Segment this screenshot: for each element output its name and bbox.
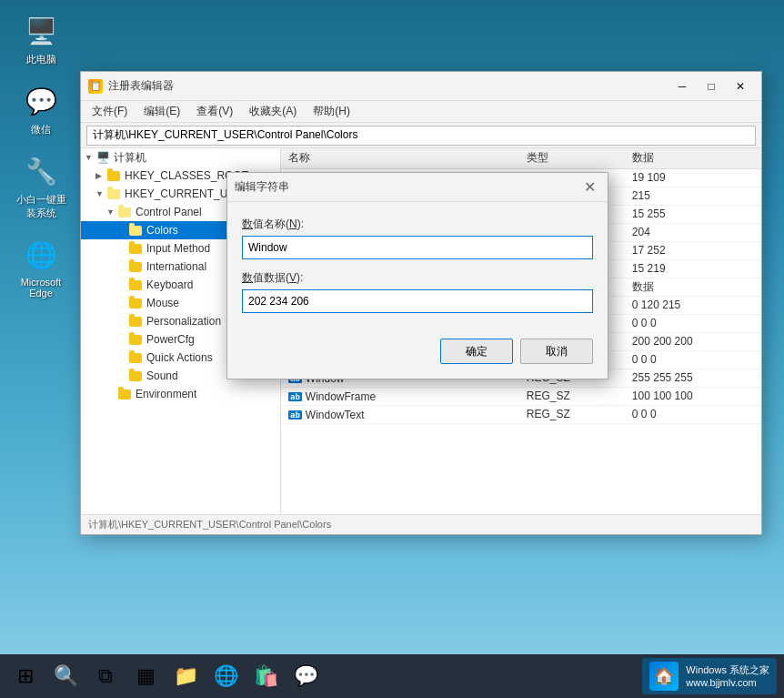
tree-label-intl: International (146, 260, 206, 273)
folder-personal-icon (128, 315, 143, 328)
cell-data: 0 0 0 (625, 350, 761, 369)
this-pc-label: 此电脑 (26, 53, 56, 66)
quick-install-label: 小白一键重装系统 (13, 193, 69, 220)
dialog-body: 数值名称(N): 数值数据(V): (227, 202, 608, 339)
wechat-icon: 💬 (23, 83, 59, 119)
cell-name: ab WindowFrame (281, 387, 519, 405)
data-shortcut: V (289, 271, 297, 284)
menu-favorites[interactable]: 收藏夹(A) (242, 102, 304, 121)
cancel-button[interactable]: 取消 (520, 339, 593, 364)
menu-view[interactable]: 查看(V) (189, 102, 240, 121)
windows-com-text: Windows 系统之家 www.bjjmlv.com (686, 663, 769, 690)
cell-data: 0 0 0 (625, 314, 761, 332)
cell-data: 15 219 (625, 259, 761, 278)
tree-label-power: PowerCfg (146, 333, 195, 346)
arrow-computer: ▼ (85, 153, 95, 162)
col-header-name: 名称 (281, 148, 519, 168)
tree-item-computer[interactable]: ▼ 🖥️ 计算机 (81, 148, 280, 167)
menu-help[interactable]: 帮助(H) (306, 102, 357, 121)
reg-ab-icon: ab (288, 392, 302, 401)
tree-label-mouse: Mouse (146, 297, 179, 309)
windows-com-badge[interactable]: 🏠 Windows 系统之家 www.bjjmlv.com (642, 658, 777, 694)
cell-data: 204 (625, 223, 761, 241)
desktop-icon-wechat[interactable]: 💬 微信 (9, 79, 73, 140)
taskbar-store-button[interactable]: 🛍️ (247, 658, 284, 694)
taskbar-edge-button[interactable]: 🌐 (207, 658, 244, 694)
taskbar-files-button[interactable]: 📁 (167, 658, 204, 694)
desktop-icon-quick-install[interactable]: 🔧 小白一键重装系统 (9, 149, 73, 224)
cell-data: 200 200 200 (625, 332, 761, 350)
folder-sound-icon (128, 369, 143, 382)
window-title-area: 📋 注册表编辑器 (88, 78, 174, 94)
taskbar-wechat-button[interactable]: 💬 (287, 658, 324, 694)
taskbar-start-button[interactable]: ⊞ (7, 658, 44, 694)
address-input[interactable] (86, 126, 756, 146)
dialog-titlebar: 编辑字符串 ✕ (227, 173, 608, 202)
status-text: 计算机\HKEY_CURRENT_USER\Control Panel\Colo… (88, 518, 331, 531)
desktop-icon-edge[interactable]: 🌐 Microsoft Edge (9, 233, 73, 302)
menu-edit[interactable]: 编辑(E) (136, 102, 187, 121)
cell-data: 数据 (625, 278, 761, 296)
dialog-buttons: 确定 取消 (227, 339, 608, 379)
tree-label-kbd: Keyboard (146, 278, 193, 291)
edge-label: Microsoft Edge (13, 277, 69, 298)
table-row[interactable]: ab WindowText REG_SZ 0 0 0 (281, 405, 761, 423)
tree-label-computer: 计算机 (114, 150, 146, 166)
windows-com-line2: www.bjjmlv.com (686, 676, 769, 689)
cell-data: 19 109 (625, 168, 761, 187)
tree-label-colors: Colors (146, 224, 178, 237)
cell-data: 15 255 (625, 205, 761, 223)
desktop: 🖥️ 此电脑 💬 微信 🔧 小白一键重装系统 🌐 Microsoft Edge … (0, 0, 784, 698)
folder-env-icon (117, 388, 132, 400)
folder-colors-icon (128, 224, 143, 237)
quick-install-icon: 🔧 (23, 153, 59, 189)
cell-data: 0 0 0 (625, 405, 761, 423)
close-button[interactable]: ✕ (727, 77, 754, 96)
registry-window-icon: 📋 (88, 79, 103, 94)
cell-type: REG_SZ (519, 405, 625, 423)
name-shortcut: N (289, 217, 297, 230)
tree-item-environment[interactable]: Environment (81, 385, 280, 403)
dialog-close-button[interactable]: ✕ (578, 178, 600, 197)
maximize-button[interactable]: □ (698, 77, 725, 96)
data-input[interactable] (242, 289, 593, 313)
folder-qa-icon (128, 351, 143, 364)
arrow-hkcr: ▶ (95, 171, 106, 180)
registry-editor-window: 📋 注册表编辑器 ─ □ ✕ 文件(F) 编辑(E) 查看(V) 收藏夹(A) … (80, 71, 762, 535)
arrow-cp: ▼ (106, 207, 117, 217)
taskbar-widgets-button[interactable]: ▦ (127, 658, 164, 694)
reg-ab-icon: ab (288, 410, 302, 420)
menu-bar: 文件(F) 编辑(E) 查看(V) 收藏夹(A) 帮助(H) (81, 101, 761, 123)
folder-im-icon (128, 242, 143, 255)
status-bar: 计算机\HKEY_CURRENT_USER\Control Panel\Colo… (81, 514, 761, 534)
desktop-icon-this-pc[interactable]: 🖥️ 此电脑 (9, 9, 73, 70)
data-label: 数值数据(V): (242, 270, 593, 286)
data-label-underline: 数 (242, 271, 253, 284)
address-bar (81, 123, 761, 148)
folder-hkcu-icon (106, 187, 121, 200)
windows-home-icon: 🏠 (649, 662, 678, 691)
folder-intl-icon (128, 260, 143, 273)
folder-computer-icon: 🖥️ (95, 151, 110, 164)
menu-file[interactable]: 文件(F) (85, 102, 135, 121)
windows-com-line1: Windows 系统之家 (686, 663, 769, 676)
window-titlebar: 📋 注册表编辑器 ─ □ ✕ (81, 72, 761, 101)
arrow-hkcu: ▼ (95, 189, 106, 198)
table-row[interactable]: ab WindowFrame REG_SZ 100 100 100 (281, 387, 761, 405)
wechat-label: 微信 (31, 123, 51, 137)
window-controls: ─ □ ✕ (668, 77, 754, 96)
folder-kbd-icon (128, 278, 143, 291)
name-input[interactable] (242, 236, 593, 259)
cell-data: 17 252 (625, 241, 761, 259)
cell-data: 100 100 100 (625, 387, 761, 405)
taskbar-left: ⊞ 🔍 ⧉ ▦ 📁 🌐 🛍️ 💬 (7, 658, 324, 694)
cell-type: REG_SZ (519, 387, 625, 405)
tree-label-cp: Control Panel (136, 206, 202, 218)
folder-mouse-icon (128, 297, 143, 309)
edge-icon: 🌐 (23, 237, 59, 273)
taskbar-taskview-button[interactable]: ⧉ (87, 658, 124, 694)
ok-button[interactable]: 确定 (440, 339, 513, 364)
minimize-button[interactable]: ─ (668, 77, 696, 96)
col-header-data: 数据 (625, 148, 761, 168)
taskbar-search-button[interactable]: 🔍 (47, 658, 84, 694)
